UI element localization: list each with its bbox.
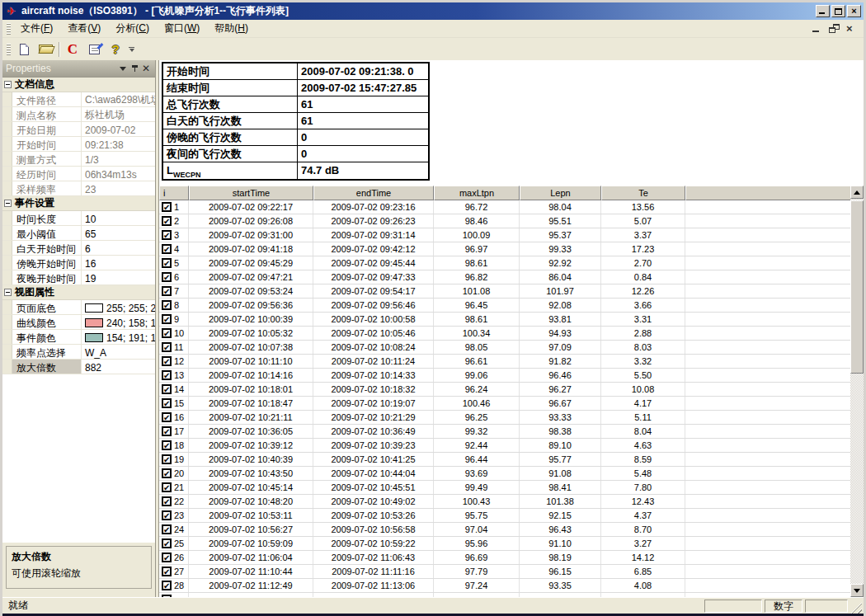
property-value[interactable]: 255; 255; 25: [82, 300, 155, 314]
event-row[interactable]: 262009-07-02 11:06:042009-07-02 11:06:43…: [159, 551, 850, 565]
property-value[interactable]: 65: [82, 226, 155, 240]
property-category[interactable]: 事件设置: [2, 196, 155, 211]
event-row[interactable]: 72009-07-02 09:53:242009-07-02 09:54:171…: [159, 284, 850, 299]
menubar-drag-handle[interactable]: [7, 23, 11, 35]
color-swatch[interactable]: [85, 333, 103, 342]
row-checkbox[interactable]: [162, 567, 172, 576]
event-row[interactable]: 242009-07-02 10:56:272009-07-02 10:56:58…: [159, 523, 850, 537]
panel-menu-button[interactable]: [117, 63, 129, 74]
event-row[interactable]: 52009-07-02 09:45:292009-07-02 09:45:449…: [159, 256, 850, 270]
row-checkbox[interactable]: [162, 342, 172, 352]
close-button[interactable]: ×: [847, 5, 861, 17]
row-checkbox[interactable]: [162, 538, 172, 548]
event-row[interactable]: 132009-07-02 10:14:162009-07-02 10:14:33…: [159, 369, 850, 383]
row-checkbox[interactable]: [162, 440, 172, 450]
open-file-button[interactable]: [35, 40, 55, 59]
mdi-close-button[interactable]: ×: [846, 24, 857, 33]
toolbar-drag-handle[interactable]: [7, 44, 11, 55]
menu-h[interactable]: 帮助(H): [207, 19, 256, 38]
row-checkbox[interactable]: [162, 216, 172, 226]
row-checkbox[interactable]: [162, 314, 172, 324]
column-header-maxLtpn[interactable]: maxLtpn: [434, 186, 520, 200]
row-checkbox[interactable]: [162, 230, 172, 240]
resize-grip[interactable]: [850, 602, 862, 614]
event-row[interactable]: 92009-07-02 10:00:392009-07-02 10:00:589…: [159, 313, 850, 327]
collapse-icon[interactable]: [4, 200, 12, 207]
event-row[interactable]: 22009-07-02 09:26:082009-07-02 09:26:239…: [159, 214, 850, 228]
column-header-Lepn[interactable]: Lepn: [520, 186, 601, 200]
property-value[interactable]: W_A: [82, 345, 155, 359]
c-weighting-button[interactable]: C: [63, 40, 82, 59]
event-row-partial[interactable]: [159, 593, 850, 597]
event-row[interactable]: 152009-07-02 10:18:472009-07-02 10:19:07…: [159, 397, 850, 411]
maximize-button[interactable]: [831, 5, 845, 17]
app-airplane-icon[interactable]: ✈: [5, 5, 18, 17]
row-checkbox[interactable]: [162, 412, 172, 422]
properties-button[interactable]: [84, 40, 104, 59]
event-row[interactable]: 192009-07-02 10:40:392009-07-02 10:41:25…: [159, 453, 850, 467]
color-swatch[interactable]: [85, 303, 103, 313]
row-checkbox[interactable]: [162, 553, 172, 562]
help-button[interactable]: ?: [106, 40, 125, 59]
new-document-button[interactable]: [14, 40, 34, 59]
event-row[interactable]: 32009-07-02 09:31:002009-07-02 09:31:141…: [159, 228, 850, 242]
row-checkbox[interactable]: [162, 370, 172, 380]
column-header-endTime[interactable]: endTime: [313, 186, 434, 200]
vertical-scrollbar[interactable]: [850, 186, 864, 597]
property-value[interactable]: 154; 191; 18: [82, 330, 155, 344]
event-row[interactable]: 272009-07-02 11:10:442009-07-02 11:11:16…: [159, 565, 850, 579]
panel-close-button[interactable]: ✕: [140, 63, 152, 74]
row-checkbox[interactable]: [162, 244, 172, 254]
menu-v[interactable]: 查看(V): [60, 19, 108, 38]
property-value[interactable]: 16: [82, 256, 155, 270]
property-value[interactable]: 240; 158; 15: [82, 315, 155, 329]
scroll-down-button[interactable]: [850, 584, 864, 597]
event-row[interactable]: 112009-07-02 10:07:382009-07-02 10:08:24…: [159, 341, 850, 355]
row-checkbox[interactable]: [162, 356, 172, 366]
row-checkbox[interactable]: [162, 300, 172, 310]
mdi-restore-button[interactable]: [829, 24, 840, 33]
property-category[interactable]: 文档信息: [2, 78, 155, 92]
row-checkbox[interactable]: [162, 272, 172, 282]
event-row[interactable]: 142009-07-02 10:18:012009-07-02 10:18:32…: [159, 383, 850, 397]
row-checkbox[interactable]: [162, 286, 172, 296]
panel-pin-button[interactable]: [129, 63, 140, 74]
row-checkbox[interactable]: [162, 384, 172, 394]
collapse-icon[interactable]: [4, 81, 12, 88]
row-checkbox[interactable]: [162, 398, 172, 408]
toolbar-overflow-button[interactable]: [126, 40, 137, 59]
event-row[interactable]: 162009-07-02 10:21:112009-07-02 10:21:29…: [159, 411, 850, 425]
property-value[interactable]: 882: [82, 360, 155, 374]
property-value[interactable]: 10: [82, 211, 155, 225]
menu-c[interactable]: 分析(C): [108, 19, 157, 38]
event-row[interactable]: 222009-07-02 10:48:202009-07-02 10:49:02…: [159, 495, 850, 509]
property-category[interactable]: 视图属性: [2, 285, 155, 300]
row-checkbox[interactable]: [162, 468, 172, 478]
row-checkbox[interactable]: [162, 496, 172, 506]
minimize-button[interactable]: [816, 5, 830, 17]
scroll-up-button[interactable]: [850, 186, 864, 199]
menu-w[interactable]: 窗口(W): [157, 19, 207, 38]
titlebar[interactable]: ✈ aircraft noise（ISO3891） - [飞机噪声分析1--飞行…: [2, 2, 864, 20]
row-checkbox[interactable]: [162, 328, 172, 338]
event-row[interactable]: 202009-07-02 10:43:502009-07-02 10:44:04…: [159, 467, 850, 481]
event-row[interactable]: 282009-07-02 11:12:492009-07-02 11:13:06…: [159, 579, 850, 593]
property-value[interactable]: 6: [82, 241, 155, 255]
collapse-icon[interactable]: [4, 289, 12, 296]
event-row[interactable]: 182009-07-02 10:39:122009-07-02 10:39:23…: [159, 439, 850, 453]
row-checkbox[interactable]: [162, 454, 172, 464]
row-checkbox[interactable]: [162, 482, 172, 492]
row-checkbox[interactable]: [162, 426, 172, 436]
row-checkbox[interactable]: [162, 524, 172, 534]
event-row[interactable]: 102009-07-02 10:05:322009-07-02 10:05:46…: [159, 327, 850, 341]
scrollbar-thumb[interactable]: [850, 200, 864, 374]
row-checkbox[interactable]: [162, 595, 172, 597]
property-value[interactable]: 19: [82, 270, 155, 284]
row-checkbox[interactable]: [162, 510, 172, 520]
column-header-Te[interactable]: Te: [601, 186, 685, 200]
color-swatch[interactable]: [85, 318, 103, 327]
event-row[interactable]: 122009-07-02 10:11:102009-07-02 10:11:24…: [159, 355, 850, 369]
column-header-startTime[interactable]: startTime: [189, 186, 313, 200]
event-row[interactable]: 42009-07-02 09:41:182009-07-02 09:42:129…: [159, 242, 850, 256]
event-row[interactable]: 82009-07-02 09:56:362009-07-02 09:56:469…: [159, 299, 850, 313]
